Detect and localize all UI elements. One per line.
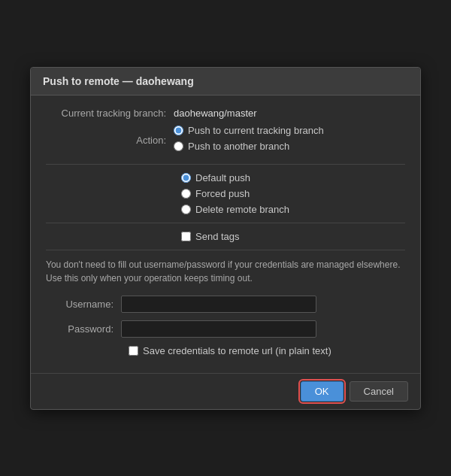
send-tags-label: Send tags (195, 231, 240, 242)
send-tags-row[interactable]: Send tags (181, 231, 405, 242)
info-text: You don't need to fill out username/pass… (46, 258, 405, 285)
password-input[interactable] (121, 320, 316, 338)
push-option-1[interactable]: Forced push (181, 188, 405, 199)
action-option-1[interactable]: Push to another branch (174, 141, 324, 152)
cancel-button[interactable]: Cancel (350, 381, 408, 402)
push-option-label-0: Default push (195, 172, 250, 183)
action-option-label-1: Push to another branch (188, 141, 289, 152)
save-credentials-checkbox[interactable] (129, 346, 138, 356)
tracking-label: Current tracking branch: (46, 108, 174, 119)
push-radio-0[interactable] (181, 173, 191, 183)
save-credentials-row[interactable]: Save credentials to remote url (in plain… (129, 345, 405, 356)
divider-3 (46, 250, 405, 250)
push-to-remote-dialog: Push to remote — daohewang Current track… (30, 67, 421, 410)
divider-2 (46, 223, 405, 223)
action-radio-1[interactable] (174, 141, 183, 151)
tracking-branch-row: Current tracking branch: daohewang/maste… (46, 108, 405, 119)
push-option-label-2: Delete remote branch (195, 204, 289, 215)
divider-1 (46, 164, 405, 165)
push-radio-1[interactable] (181, 189, 191, 199)
save-credentials-option[interactable]: Save credentials to remote url (in plain… (129, 345, 405, 356)
send-tags-option[interactable]: Send tags (181, 231, 405, 242)
dialog-footer: OK Cancel (31, 373, 420, 409)
action-row: Action: Push to current tracking branch … (46, 125, 405, 156)
password-label: Password: (46, 323, 121, 335)
push-radio-2[interactable] (181, 205, 191, 214)
action-option-label-0: Push to current tracking branch (188, 125, 324, 136)
action-options: Push to current tracking branch Push to … (174, 125, 324, 156)
action-option-0[interactable]: Push to current tracking branch (174, 125, 324, 136)
username-input[interactable] (121, 296, 316, 313)
push-options: Default push Forced push Delete remote b… (181, 172, 405, 215)
tracking-value: daohewang/master (174, 108, 257, 119)
send-tags-checkbox[interactable] (181, 232, 191, 241)
action-label: Action: (46, 135, 174, 146)
dialog-body: Current tracking branch: daohewang/maste… (31, 96, 420, 373)
action-radio-0[interactable] (174, 126, 183, 135)
dialog-title: Push to remote — daohewang (31, 68, 420, 96)
save-credentials-label: Save credentials to remote url (in plain… (143, 345, 331, 356)
username-label: Username: (46, 299, 121, 310)
push-option-0[interactable]: Default push (181, 172, 405, 183)
username-row: Username: (46, 296, 405, 313)
push-option-label-1: Forced push (195, 188, 250, 199)
push-option-2[interactable]: Delete remote branch (181, 204, 405, 215)
password-row: Password: (46, 320, 405, 338)
ok-button[interactable]: OK (301, 381, 344, 402)
